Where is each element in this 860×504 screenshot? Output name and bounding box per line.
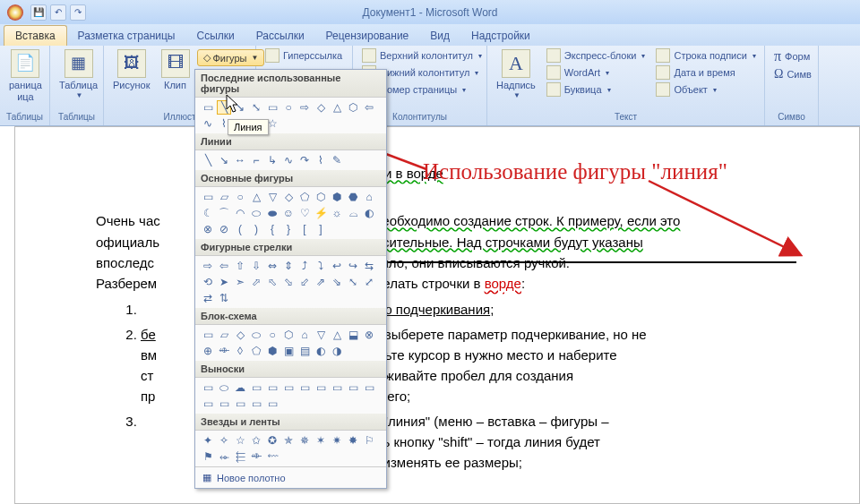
shape-a21[interactable]: ⤡ (346, 275, 360, 289)
shape-b15[interactable]: ⬭ (249, 206, 263, 220)
textbox-button[interactable]: AНадпись▼ (493, 47, 539, 102)
shape-curve[interactable]: ∿ (201, 116, 215, 131)
shape-oval[interactable]: ○ (281, 100, 296, 115)
shape-c15[interactable]: ▭ (249, 397, 263, 411)
shape-a2[interactable]: ⇦ (217, 259, 231, 273)
shape-f18[interactable]: ▤ (297, 344, 312, 358)
shape-curve2[interactable]: ∿ (281, 153, 296, 167)
shape-b27[interactable]: { (265, 222, 280, 236)
header-button[interactable]: Верхний колонтитул▾ (358, 47, 486, 64)
shape-s13[interactable]: ⬰ (217, 449, 231, 464)
redo-icon[interactable]: ↷ (70, 4, 86, 21)
hyperlink-button[interactable]: Гиперссылка (262, 47, 346, 64)
shape-line2[interactable]: ╲ (201, 153, 215, 167)
tab-mailings[interactable]: Рассылки (245, 26, 315, 46)
shape-a7[interactable]: ⤴ (297, 259, 312, 273)
shape-b24[interactable]: ⊘ (217, 222, 231, 236)
shape-b9[interactable]: ⬢ (330, 190, 344, 204)
shape-b6[interactable]: ◇ (281, 190, 296, 204)
shape-c11[interactable]: ▭ (362, 380, 376, 395)
table-button[interactable]: ▦Таблица▼ (56, 47, 101, 102)
shape-b29[interactable]: [ (297, 222, 312, 236)
shape-f12[interactable]: ⊕ (201, 344, 215, 358)
shape-a18[interactable]: ⬃ (297, 275, 312, 289)
shape-curvearrow[interactable]: ↷ (297, 153, 312, 167)
shape-c13[interactable]: ▭ (217, 397, 231, 411)
shape-a24[interactable]: ⇅ (217, 291, 231, 305)
dropcap-button[interactable]: Буквица▾ (543, 81, 649, 98)
shape-b10[interactable]: ⬣ (346, 190, 360, 204)
shape-s3[interactable]: ☆ (233, 433, 247, 448)
shape-a14[interactable]: ➣ (233, 275, 247, 289)
shape-f5[interactable]: ○ (265, 328, 280, 342)
shape-b25[interactable]: ( (233, 222, 247, 236)
shape-b26[interactable]: ) (249, 222, 263, 236)
shape-a9[interactable]: ↩ (330, 259, 344, 273)
shape-b16[interactable]: ⬬ (265, 206, 280, 220)
shape-c5[interactable]: ▭ (265, 380, 280, 395)
shape-b11[interactable]: ⌂ (362, 190, 376, 204)
datetime-button[interactable]: Дата и время (652, 64, 759, 81)
clip-button[interactable]: 🎞Клип (158, 47, 194, 93)
shape-s5[interactable]: ✪ (265, 433, 280, 448)
shape-c2[interactable]: ⬭ (217, 380, 231, 395)
shape-b28[interactable]: } (281, 222, 296, 236)
shape-a4[interactable]: ⇩ (249, 259, 263, 273)
shape-hexagon[interactable]: ⬡ (346, 100, 360, 115)
shape-c14[interactable]: ▭ (233, 397, 247, 411)
shape-b13[interactable]: ⌒ (217, 206, 231, 220)
shape-b21[interactable]: ⌓ (346, 206, 360, 220)
shape-dblarrow[interactable]: ↔ (233, 153, 247, 167)
shape-b12[interactable]: ☾ (201, 206, 215, 220)
new-canvas-button[interactable]: ▦Новое полотно (195, 466, 386, 488)
shape-arrowline[interactable]: ↘ (217, 153, 231, 167)
picture-button[interactable]: 🖼Рисунок (109, 47, 154, 93)
shape-b14[interactable]: ◠ (233, 206, 247, 220)
shape-c10[interactable]: ▭ (346, 380, 360, 395)
shape-b4[interactable]: △ (249, 190, 263, 204)
shape-f20[interactable]: ◑ (330, 344, 344, 358)
shape-textbox[interactable]: ▭ (201, 100, 215, 115)
shape-b18[interactable]: ♡ (297, 206, 312, 220)
shape-a8[interactable]: ⤵ (314, 259, 328, 273)
shape-s14[interactable]: ⬱ (233, 449, 247, 464)
object-button[interactable]: Объект▾ (652, 81, 759, 98)
shape-b20[interactable]: ☼ (330, 206, 344, 220)
shape-a5[interactable]: ⇔ (265, 259, 280, 273)
shape-a11[interactable]: ⇆ (362, 259, 376, 273)
shape-f13[interactable]: ⬲ (217, 344, 231, 358)
equation-button[interactable]: πФорм (770, 47, 815, 65)
shape-a3[interactable]: ⇧ (233, 259, 247, 273)
shape-a10[interactable]: ↪ (346, 259, 360, 273)
shape-rect[interactable]: ▭ (265, 100, 280, 115)
shape-f15[interactable]: ⬠ (249, 344, 263, 358)
shape-s12[interactable]: ⚑ (201, 449, 215, 464)
shape-s7[interactable]: ✵ (297, 433, 312, 448)
tab-insert[interactable]: Вставка (4, 25, 67, 46)
shape-c3[interactable]: ☁ (233, 380, 247, 395)
shape-a20[interactable]: ⇘ (330, 275, 344, 289)
shape-b7[interactable]: ⬠ (297, 190, 312, 204)
shape-b5[interactable]: ▽ (265, 190, 280, 204)
shape-f7[interactable]: ⌂ (297, 328, 312, 342)
shape-rarrow[interactable]: ⇨ (297, 100, 312, 115)
page-button[interactable]: 📄раницаица (5, 47, 46, 105)
save-icon[interactable]: 💾 (30, 4, 47, 21)
shape-c12[interactable]: ▭ (201, 397, 215, 411)
shape-a15[interactable]: ⬀ (249, 275, 263, 289)
shape-f1[interactable]: ▭ (201, 328, 215, 342)
shape-a12[interactable]: ⟲ (201, 275, 215, 289)
shape-b8[interactable]: ⬡ (314, 190, 328, 204)
shape-a17[interactable]: ⬂ (281, 275, 296, 289)
shape-c7[interactable]: ▭ (297, 380, 312, 395)
shape-f8[interactable]: ▽ (314, 328, 328, 342)
shape-b1[interactable]: ▭ (201, 190, 215, 204)
shape-c8[interactable]: ▭ (314, 380, 328, 395)
shape-scribble[interactable]: ⌇ (314, 153, 328, 167)
shapes-button[interactable]: ◇Фигуры▼ (197, 49, 265, 66)
shape-b30[interactable]: ] (314, 222, 328, 236)
tab-view[interactable]: Вид (419, 26, 460, 46)
shape-diamond[interactable]: ◇ (314, 100, 328, 115)
shape-b19[interactable]: ⚡ (314, 206, 328, 220)
shape-elbowarrow[interactable]: ↳ (265, 153, 280, 167)
